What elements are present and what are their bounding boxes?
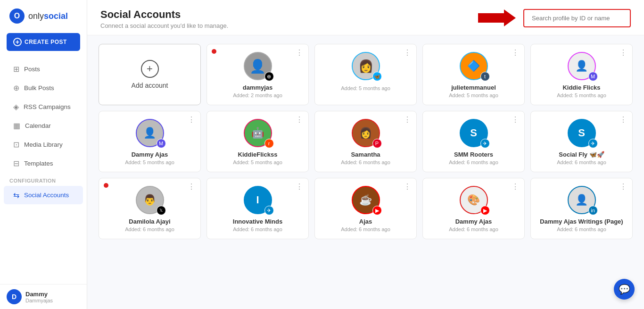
account-name: Dammy Ajas (455, 218, 492, 225)
account-name: Damilola Ajayi (129, 218, 170, 225)
sidebar: O onlysocial + CREATE POST ⊞ Posts ⊕ Bul… (0, 0, 87, 309)
account-name: Dammy Ajas Writings (Page) (540, 218, 623, 225)
add-icon: + (141, 60, 159, 78)
logo-area: O onlysocial (0, 0, 87, 30)
account-card-innovative-minds[interactable]: ⋮ I ✈ Innovative Minds Added: 6 months a… (206, 178, 309, 239)
account-card-damilola[interactable]: ⋮ 👨 𝕏 Damilola Ajayi Added: 6 months ago (99, 178, 201, 239)
account-card-kiddieflickss[interactable]: ⋮ 🤖 r KiddieFlickss Added: 5 months ago (206, 111, 309, 172)
sidebar-item-media[interactable]: ⊡ Media Library (4, 135, 83, 154)
more-options-button[interactable]: ⋮ (188, 115, 196, 124)
account-added: Added: 6 months ago (557, 226, 606, 232)
media-icon: ⊡ (13, 140, 19, 149)
add-account-label: Add account (132, 82, 168, 89)
account-added: Added: 6 months ago (233, 226, 282, 232)
avatar-wrapper: 👤 in (568, 186, 596, 214)
account-card-dammyjas[interactable]: ⋮ 👤 ⊕ dammyjas Added: 2 months ago (206, 44, 309, 105)
account-card-smm-rooters[interactable]: ⋮ S ✈ SMM Rooters Added: 6 months ago (422, 111, 525, 172)
platform-badge-reddit: r (264, 139, 274, 148)
account-name: KiddieFlickss (238, 151, 278, 158)
rss-icon: ◈ (13, 102, 19, 111)
avatar-wrapper: S ✈ (568, 119, 596, 147)
platform-badge-x: 𝕏 (157, 206, 166, 215)
avatar-wrapper: 👩 🦋 (352, 52, 380, 80)
account-added: Added: 6 months ago (557, 159, 606, 165)
avatar-wrapper: 👩 P (352, 119, 380, 147)
account-card-julietemmanuel[interactable]: ⋮ 🔷 t julietemmanuel Added: 5 months ago (422, 44, 525, 105)
logo-text: onlysocial (28, 11, 68, 21)
account-added: Added: 5 months ago (341, 85, 390, 91)
account-card-samantha[interactable]: ⋮ 👩 P Samantha Added: 6 months ago (314, 111, 417, 172)
more-options-button[interactable]: ⋮ (512, 115, 520, 124)
header-text: Social Accounts Connect a social account… (100, 8, 228, 29)
more-options-button[interactable]: ⋮ (296, 48, 304, 57)
account-name: SMM Rooters (454, 151, 493, 158)
more-options-button[interactable]: ⋮ (512, 182, 520, 191)
account-card-ajas[interactable]: ⋮ ☕ ▶ Ajas Added: 6 months ago (314, 178, 417, 239)
avatar-wrapper: 🤖 r (244, 119, 272, 147)
sidebar-item-templates[interactable]: ⊟ Templates (4, 154, 83, 173)
more-options-button[interactable]: ⋮ (619, 48, 627, 57)
more-options-button[interactable]: ⋮ (296, 182, 304, 191)
create-post-button[interactable]: + CREATE POST (7, 33, 80, 51)
plus-circle-icon: + (13, 38, 22, 46)
page-title: Social Accounts (100, 8, 228, 21)
user-handle: Dammyajas (25, 298, 53, 303)
more-options-button[interactable]: ⋮ (188, 182, 196, 191)
more-options-button[interactable]: ⋮ (404, 182, 412, 191)
platform-badge-pinterest: P (372, 139, 382, 148)
more-options-button[interactable]: ⋮ (512, 48, 520, 57)
platform-badge-threads: ⊕ (264, 72, 274, 81)
account-card-dammy-ajas-mastodon[interactable]: ⋮ 👤 M Dammy Ajas Added: 5 months ago (99, 111, 201, 172)
account-card-dammy-writings[interactable]: ⋮ 👤 in Dammy Ajas Writings (Page) Added:… (530, 178, 633, 239)
page-subtitle: Connect a social account you'd like to m… (100, 22, 228, 29)
chat-button[interactable]: 💬 (614, 279, 635, 300)
user-info: Dammy Dammyajas (25, 291, 53, 303)
account-name: Innovative Minds (233, 218, 282, 225)
account-name: Samantha (351, 151, 380, 158)
more-options-button[interactable]: ⋮ (296, 115, 304, 124)
more-options-button[interactable]: ⋮ (619, 115, 627, 124)
account-card-juliet[interactable]: ⋮ 👩 🦋 Added: 5 months ago (314, 44, 417, 105)
user-name: Dammy (25, 291, 53, 298)
posts-icon: ⊞ (13, 65, 19, 74)
account-card-kiddie-flicks[interactable]: ⋮ 👤 M Kiddie Flicks Added: 5 months ago (530, 44, 633, 105)
platform-badge-mastodon: M (157, 139, 166, 148)
account-name: julietemmanuel (451, 84, 496, 91)
calendar-icon: ▦ (13, 121, 20, 130)
avatar-wrapper: 👤 ⊕ (244, 52, 272, 80)
platform-badge-mastodon: M (588, 72, 598, 81)
account-added: Added: 6 months ago (449, 226, 498, 232)
search-input[interactable] (525, 11, 629, 25)
sidebar-item-calendar[interactable]: ▦ Calendar (4, 117, 83, 135)
account-name: Ajas (359, 218, 372, 225)
user-profile[interactable]: D Dammy Dammyajas (0, 284, 87, 309)
account-name: Kiddie Flicks (562, 84, 600, 91)
account-card-dammy-ajas-yt[interactable]: ⋮ 🎨 ▶ Dammy Ajas Added: 6 months ago (422, 178, 525, 239)
sidebar-item-bulk-posts[interactable]: ⊕ Bulk Posts (4, 79, 83, 97)
platform-badge-telegram: ✈ (588, 139, 598, 148)
platform-badge-youtube: ▶ (480, 206, 490, 215)
social-accounts-icon: ⇆ (13, 191, 19, 200)
sidebar-item-rss[interactable]: ◈ RSS Campaigns (4, 98, 83, 116)
sidebar-item-posts[interactable]: ⊞ Posts (4, 60, 83, 78)
avatar-wrapper: 👨 𝕏 (136, 186, 164, 214)
more-options-button[interactable]: ⋮ (619, 182, 627, 191)
more-options-button[interactable]: ⋮ (404, 48, 412, 57)
online-indicator (104, 183, 108, 188)
more-options-button[interactable]: ⋮ (404, 115, 412, 124)
nav-items: ⊞ Posts ⊕ Bulk Posts ◈ RSS Campaigns ▦ C… (0, 58, 87, 284)
main-header: Social Accounts Connect a social account… (87, 0, 644, 35)
sidebar-item-social-accounts[interactable]: ⇆ Social Accounts (4, 186, 83, 204)
avatar-wrapper: 👤 M (568, 52, 596, 80)
logo-icon: O (9, 8, 25, 24)
arrow-indicator (478, 8, 516, 27)
account-card-social-fly[interactable]: ⋮ S ✈ Social Fly 🦋🚀 Added: 6 months ago (530, 111, 633, 172)
add-account-card[interactable]: + Add account (99, 44, 201, 105)
search-box-wrapper (523, 9, 631, 27)
avatar-wrapper: S ✈ (460, 119, 488, 147)
svg-marker-0 (478, 9, 516, 26)
account-added: Added: 6 months ago (341, 226, 390, 232)
account-added: Added: 6 months ago (449, 159, 498, 165)
config-section-label: Configuration (0, 173, 87, 185)
avatar-wrapper: I ✈ (244, 186, 272, 214)
